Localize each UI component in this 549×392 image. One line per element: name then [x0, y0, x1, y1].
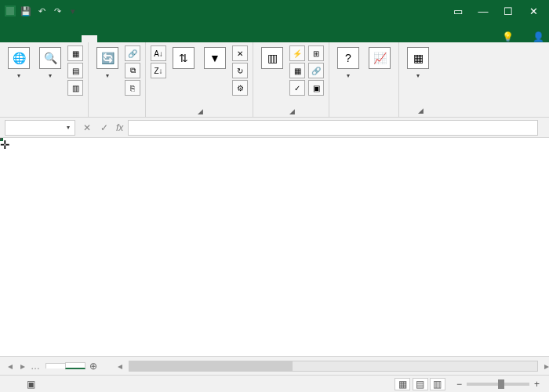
zoom-in-icon[interactable]: +	[534, 379, 540, 390]
tab-formulas[interactable]	[66, 35, 82, 42]
tab-home[interactable]	[19, 35, 35, 42]
maximize-icon[interactable]: ☐	[496, 2, 521, 20]
record-macro-icon[interactable]: ▣	[27, 379, 35, 390]
formula-input[interactable]	[128, 120, 538, 136]
properties-icon[interactable]: ⧉	[125, 63, 140, 78]
excel-icon	[3, 4, 17, 18]
share-button[interactable]: 👤	[533, 31, 544, 42]
group-label: ◢	[151, 106, 248, 115]
sheet-tab[interactable]	[45, 363, 66, 368]
new-sheet-icon[interactable]: ⊕	[85, 361, 102, 372]
group-label	[93, 114, 140, 115]
tab-data[interactable]	[82, 35, 97, 42]
qat-more-icon[interactable]: ▾	[66, 4, 80, 18]
sort-button[interactable]: ⇅	[169, 45, 198, 72]
tab-layout[interactable]	[50, 35, 66, 42]
tab-file[interactable]	[3, 35, 19, 42]
data-valid-icon[interactable]: ✓	[289, 80, 305, 96]
edit-links-icon[interactable]: ⎘	[125, 80, 140, 96]
selection-box	[0, 138, 3, 141]
remove-dup-icon[interactable]: ▦	[289, 63, 305, 78]
from-table-icon[interactable]: ▤	[67, 63, 83, 78]
tab-review[interactable]	[97, 35, 113, 42]
zoom-control: − +	[456, 379, 544, 390]
marquee	[0, 138, 2, 140]
advanced-icon[interactable]: ⚙	[232, 80, 248, 96]
ribbon-tabs: 💡 👤	[0, 22, 549, 42]
redo-icon[interactable]: ↷	[50, 4, 64, 18]
ribbon: 🌐▾ 🔍▾ ▦▤▥ 🔄▾ 🔗⧉⎘ A↓Z↓ ⇅ ▼ ✕↻⚙ ◢ ▥ ⚡▦✓ ⊞🔗…	[0, 42, 549, 118]
close-icon[interactable]: ✕	[521, 2, 546, 20]
sort-asc-icon[interactable]: A↓	[151, 45, 166, 61]
tab-view[interactable]	[113, 35, 129, 42]
cursor-icon: ✛	[0, 138, 10, 152]
sheet-nav: ◂ ▸ …	[0, 361, 45, 372]
title-bar: 💾 ↶ ↷ ▾ ▭ — ☐ ✕	[0, 0, 549, 22]
group-forecast: ?▾ 📈	[329, 42, 399, 117]
filter-button[interactable]: ▼	[201, 45, 229, 72]
connections-icon[interactable]: 🔗	[125, 45, 140, 61]
sheet-tab[interactable]	[65, 362, 85, 369]
hscroll-right-icon[interactable]: ▸	[544, 361, 549, 372]
view-buttons: ▦ ▤ ▥	[395, 378, 445, 390]
dialog-launcher-icon[interactable]: ◢	[418, 107, 424, 114]
dialog-launcher-icon[interactable]: ◢	[289, 107, 295, 115]
reapply-icon[interactable]: ↻	[232, 63, 248, 78]
ribbon-options-icon[interactable]: ▭	[445, 2, 471, 20]
sheet-bar: ◂ ▸ … ⊕ ◂ ▸	[0, 356, 549, 375]
minimize-icon[interactable]: —	[471, 2, 496, 20]
page-layout-icon[interactable]: ▤	[413, 378, 428, 390]
text-to-columns-button[interactable]: ▥	[258, 45, 286, 72]
window-controls: ▭ — ☐ ✕	[445, 2, 546, 20]
flash-fill-icon[interactable]: ⚡	[289, 45, 305, 61]
outline-button[interactable]: ▦▾	[404, 45, 432, 81]
filter-small-buttons: ✕↻⚙	[232, 45, 248, 96]
clear-filter-icon[interactable]: ✕	[232, 45, 248, 61]
zoom-out-icon[interactable]: −	[456, 379, 462, 390]
tab-insert[interactable]	[35, 35, 50, 42]
group-outline: ▦▾ ◢	[399, 42, 437, 117]
sheet-more-icon[interactable]: …	[30, 361, 41, 372]
recent-sources-icon[interactable]: ▥	[67, 80, 83, 96]
enter-icon[interactable]: ✓	[97, 122, 111, 133]
group-label: ◢	[258, 106, 324, 115]
fx-icon[interactable]: fx	[116, 122, 123, 133]
formula-buttons: ✕ ✓	[80, 122, 111, 133]
refresh-all-button[interactable]: 🔄▾	[93, 45, 122, 81]
forecast-sheet-button[interactable]: 📈	[365, 45, 394, 72]
show-queries-icon[interactable]: ▦	[67, 45, 83, 61]
group-data-tools: ▥ ⚡▦✓ ⊞🔗▣ ◢	[253, 42, 329, 117]
tools-small-1: ⚡▦✓	[289, 45, 305, 96]
group-label	[5, 114, 83, 115]
relationships-icon[interactable]: 🔗	[308, 63, 324, 78]
new-query-button[interactable]: 🔍▾	[36, 45, 64, 81]
get-external-data-button[interactable]: 🌐▾	[5, 45, 33, 81]
group-label: ◢	[404, 104, 432, 115]
conn-small-buttons: 🔗⧉⎘	[125, 45, 140, 96]
save-icon[interactable]: 💾	[19, 4, 33, 18]
dialog-launcher-icon[interactable]: ◢	[198, 107, 203, 115]
horizontal-scrollbar[interactable]	[129, 361, 538, 372]
consolidate-icon[interactable]: ⊞	[308, 45, 324, 61]
undo-icon[interactable]: ↶	[35, 4, 49, 18]
sheet-first-icon[interactable]: ◂	[5, 361, 16, 372]
tools-small-2: ⊞🔗▣	[308, 45, 324, 96]
tell-me-icon: 💡	[502, 31, 514, 42]
cancel-icon[interactable]: ✕	[80, 122, 94, 133]
group-sort-filter: A↓Z↓ ⇅ ▼ ✕↻⚙ ◢	[146, 42, 253, 117]
normal-view-icon[interactable]: ▦	[394, 378, 410, 390]
page-break-icon[interactable]: ▥	[430, 378, 445, 390]
zoom-slider[interactable]	[467, 383, 529, 386]
sheet-prev-icon[interactable]: ▸	[17, 361, 28, 372]
name-box[interactable]: ▾	[5, 120, 75, 136]
hscroll-left-icon[interactable]: ◂	[118, 361, 122, 372]
scrollbar-thumb[interactable]	[129, 361, 293, 371]
sort-az-buttons: A↓Z↓	[151, 45, 166, 78]
formula-bar: ▾ ✕ ✓ fx	[0, 118, 549, 138]
tab-abbyy[interactable]	[144, 35, 160, 42]
manage-model-icon[interactable]: ▣	[308, 80, 324, 96]
whatif-button[interactable]: ?▾	[334, 45, 362, 81]
sort-desc-icon[interactable]: Z↓	[151, 63, 166, 78]
group-get-transform: 🌐▾ 🔍▾ ▦▤▥	[0, 42, 89, 117]
tab-developer[interactable]	[129, 35, 144, 42]
